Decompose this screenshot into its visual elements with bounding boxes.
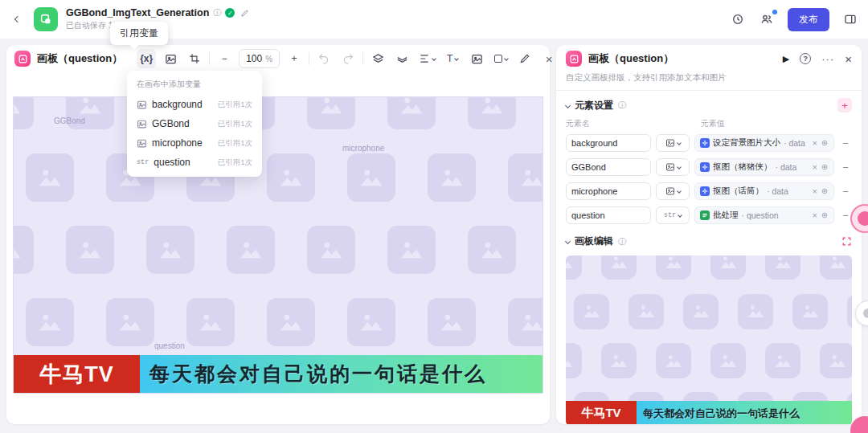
info-icon: ⓘ bbox=[618, 236, 626, 247]
chevron-down-icon bbox=[565, 102, 571, 108]
notification-dot bbox=[772, 10, 777, 14]
remove-row-button[interactable]: − bbox=[839, 137, 852, 149]
element-name-input[interactable] bbox=[566, 134, 651, 152]
element-name-input[interactable] bbox=[566, 182, 651, 200]
chevron-down-icon bbox=[677, 141, 682, 145]
type-select[interactable] bbox=[656, 158, 690, 176]
insert-image-button[interactable] bbox=[161, 49, 180, 68]
variable-item-background[interactable]: background 已引用1次 bbox=[127, 95, 262, 114]
zoom-unit: % bbox=[265, 55, 272, 63]
layers-up-icon bbox=[372, 53, 384, 65]
string-type-icon: str bbox=[664, 211, 676, 219]
zoom-in-button[interactable]: + bbox=[285, 49, 304, 68]
element-name-input[interactable] bbox=[566, 158, 651, 176]
image-tool-button[interactable] bbox=[467, 49, 486, 68]
value-reference-tag[interactable]: 批处理 · question × bbox=[694, 206, 834, 224]
variable-dropdown: 在画布中添加变量 background 已引用1次 GGBond 已引用1次 m… bbox=[127, 71, 262, 177]
type-select[interactable]: str bbox=[656, 206, 690, 224]
clear-reference-button[interactable]: × bbox=[813, 138, 817, 148]
type-select[interactable] bbox=[656, 134, 690, 152]
canvas-label-question[interactable]: question bbox=[154, 341, 185, 350]
type-select[interactable] bbox=[656, 182, 690, 200]
back-button[interactable] bbox=[10, 11, 26, 27]
canvas-area[interactable]: GGBond microphone question 牛马TV 每天都会对自己说… bbox=[13, 96, 543, 394]
image-icon bbox=[137, 138, 147, 149]
variable-item-microphone[interactable]: microphone 已引用1次 bbox=[127, 133, 262, 153]
chevron-down-icon bbox=[565, 239, 571, 244]
canvas-label-ggbond[interactable]: GGBond bbox=[54, 116, 85, 125]
locate-node-icon[interactable] bbox=[821, 211, 829, 219]
clear-reference-button[interactable]: × bbox=[813, 162, 817, 172]
remove-row-button[interactable]: − bbox=[839, 186, 852, 198]
settings-panel-title: 画板（question） bbox=[588, 51, 674, 66]
collaborators-button[interactable] bbox=[759, 11, 775, 27]
clear-reference-button[interactable]: × bbox=[813, 186, 817, 196]
align-tool-button[interactable] bbox=[416, 49, 438, 68]
toolbar-divider bbox=[309, 52, 309, 65]
locate-node-icon[interactable] bbox=[821, 139, 829, 147]
reference-suffix: · data bbox=[784, 138, 805, 148]
usage-badge: 已引用1次 bbox=[218, 119, 252, 129]
section-element-settings[interactable]: 元素设置 ⓘ + bbox=[556, 91, 862, 118]
shape-tool-button[interactable] bbox=[491, 49, 510, 68]
history-button[interactable] bbox=[730, 11, 746, 27]
pen-tool-button[interactable] bbox=[515, 49, 534, 68]
settings-panel-subtitle: 自定义画板排版，支持引用添加文本和图片 bbox=[556, 72, 862, 91]
text-tool-button[interactable]: T bbox=[443, 49, 462, 68]
collaborators-icon bbox=[760, 13, 773, 26]
section-canvas-edit[interactable]: 画板编辑 ⓘ bbox=[556, 227, 862, 254]
canvas-banner[interactable]: 牛马TV 每天都会对自己说的一句话是什么 bbox=[14, 355, 542, 393]
more-button[interactable]: ··· bbox=[821, 53, 834, 65]
bring-forward-button[interactable] bbox=[368, 49, 387, 68]
crop-tool-button[interactable] bbox=[185, 49, 204, 68]
zoom-level[interactable]: 100 % bbox=[239, 49, 280, 68]
table-column-headers: 元素名 元素值 bbox=[556, 118, 862, 131]
canvas-panel-title: 画板（question） bbox=[37, 51, 122, 66]
canvas-icon bbox=[14, 51, 31, 67]
app-icon bbox=[34, 7, 58, 31]
clear-reference-button[interactable]: × bbox=[813, 210, 817, 220]
toolbar-divider bbox=[362, 52, 363, 65]
image-icon bbox=[165, 53, 177, 65]
reference-suffix: · data bbox=[776, 162, 797, 172]
settings-panel-header: 画板（question） ▶ ? ··· × bbox=[556, 45, 862, 72]
help-button[interactable]: ? bbox=[800, 53, 811, 64]
locate-node-icon[interactable] bbox=[821, 163, 829, 171]
section-title: 元素设置 bbox=[575, 99, 613, 112]
image-icon bbox=[137, 100, 147, 110]
chevron-down-icon bbox=[504, 56, 509, 61]
chevron-left-icon bbox=[14, 16, 21, 22]
run-button[interactable]: ▶ bbox=[783, 54, 789, 64]
canvas-label-microphone[interactable]: microphone bbox=[342, 144, 384, 153]
zoom-out-button[interactable]: − bbox=[215, 49, 234, 68]
remove-row-button[interactable]: − bbox=[839, 161, 852, 174]
publish-button[interactable]: 发布 bbox=[788, 8, 829, 31]
element-name-input[interactable] bbox=[566, 206, 651, 224]
undo-icon bbox=[318, 53, 330, 64]
canvas-preview[interactable]: 牛马TV 每天都会对自己说的一句话是什么 bbox=[566, 255, 852, 424]
variable-name: GGBond bbox=[152, 118, 213, 129]
image-type-icon bbox=[665, 186, 675, 196]
layout-toggle-button[interactable] bbox=[842, 11, 858, 27]
send-backward-button[interactable] bbox=[392, 49, 411, 68]
chevron-down-icon bbox=[454, 56, 459, 61]
close-panel-button[interactable]: × bbox=[845, 52, 852, 66]
undo-button[interactable] bbox=[314, 49, 334, 68]
reference-label: 抠图（猪猪侠） bbox=[713, 161, 772, 173]
value-reference-tag[interactable]: 抠图（猪猪侠） · data × bbox=[694, 158, 834, 176]
top-bar-actions: 发布 bbox=[730, 8, 858, 31]
value-reference-tag[interactable]: 抠图（话筒） · data × bbox=[694, 182, 834, 200]
image-type-icon bbox=[665, 162, 675, 172]
align-icon bbox=[419, 53, 430, 64]
info-icon: ⓘ bbox=[213, 7, 221, 18]
add-element-button[interactable]: + bbox=[837, 98, 852, 112]
string-type-icon: str bbox=[137, 158, 149, 166]
redo-button[interactable] bbox=[338, 49, 358, 68]
variable-item-question[interactable]: str question 已引用1次 bbox=[127, 153, 262, 172]
locate-node-icon[interactable] bbox=[821, 187, 829, 195]
expand-canvas-button[interactable] bbox=[841, 236, 852, 247]
variable-item-ggbond[interactable]: GGBond 已引用1次 bbox=[127, 114, 262, 133]
variable-tool-button[interactable]: {x} bbox=[137, 49, 156, 68]
value-reference-tag[interactable]: 设定背景图片大小 · data × bbox=[694, 134, 834, 152]
edit-title-icon[interactable] bbox=[239, 7, 250, 18]
